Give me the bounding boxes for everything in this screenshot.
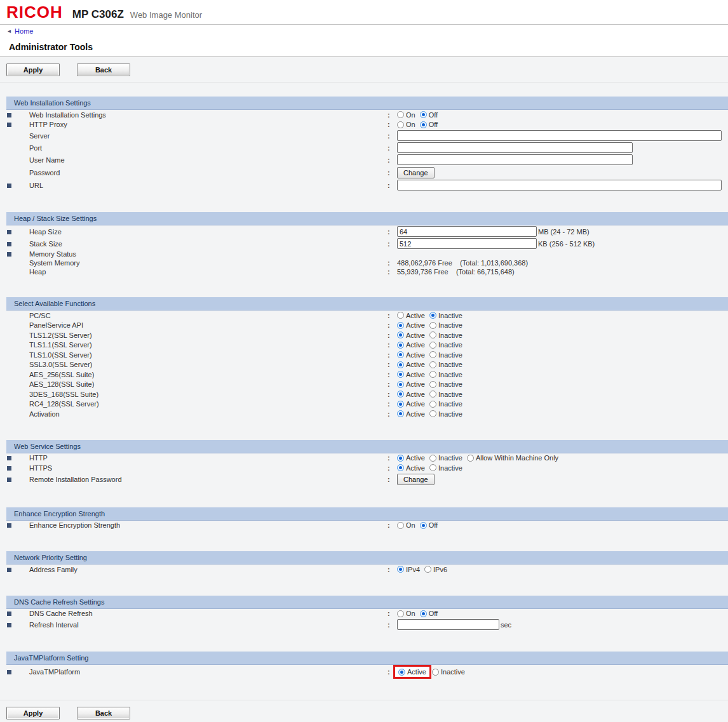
home-link[interactable]: Home [15, 27, 33, 35]
radio-https-active[interactable] [397, 464, 404, 471]
apply-button-top[interactable]: Apply [6, 64, 60, 76]
radio-label-on[interactable]: On [406, 111, 415, 119]
setting-value: OnOff [397, 610, 728, 617]
radio-label-inactive[interactable]: Inactive [441, 668, 465, 676]
radio-web-installation-settings-on[interactable] [397, 111, 404, 118]
radio-panelservice-api-active[interactable] [397, 322, 404, 329]
remote-installation-password-change-button[interactable]: Change [397, 474, 435, 485]
radio-address-family-ipv6[interactable] [424, 566, 431, 573]
radio-label-inactive[interactable]: Inactive [438, 391, 462, 398]
radio-address-family-ipv4[interactable] [397, 566, 404, 573]
radio-javatmplatform-inactive[interactable] [432, 669, 439, 676]
radio-label-inactive[interactable]: Inactive [438, 351, 462, 359]
radio-label-inactive[interactable]: Inactive [438, 380, 462, 388]
radio-label-inactive[interactable]: Inactive [438, 361, 462, 368]
radio-label-active[interactable]: Active [406, 400, 425, 408]
radio-label-active[interactable]: Active [406, 410, 425, 418]
bullet-square-icon [7, 670, 11, 674]
radio-label-active[interactable]: Active [406, 380, 425, 388]
radio-aes-128-ssl-suite-active[interactable] [397, 381, 404, 388]
radio-label-off[interactable]: Off [429, 121, 438, 128]
radio-http-active[interactable] [397, 455, 404, 462]
radio-rc4-128-ssl-server-active[interactable] [397, 401, 404, 408]
radio-label-allow-within-machine-only[interactable]: Allow Within Machine Only [476, 454, 558, 462]
radio-label-inactive[interactable]: Inactive [438, 371, 462, 378]
radio-tls1-0-ssl-server-active[interactable] [397, 351, 404, 358]
radio-https-inactive[interactable] [429, 464, 436, 471]
radio-ssl3-0-ssl-server-inactive[interactable] [429, 361, 436, 368]
settings-row-javatmplatform: JavaTMPlatform:ActiveInactive [6, 665, 728, 679]
heap-size-input[interactable] [397, 226, 537, 237]
radio-pc-sc-active[interactable] [397, 312, 404, 319]
radio-label-active[interactable]: Active [406, 351, 425, 359]
radio-dns-cache-refresh-on[interactable] [397, 610, 404, 617]
radio-http-proxy-on[interactable] [397, 121, 404, 128]
radio-label-active[interactable]: Active [406, 464, 425, 472]
radio-ssl3-0-ssl-server-active[interactable] [397, 361, 404, 368]
url-input[interactable] [397, 180, 722, 191]
radio-http-inactive[interactable] [429, 455, 436, 462]
radio-label-active[interactable]: Active [406, 454, 425, 462]
radio-web-installation-settings-off[interactable] [420, 111, 427, 118]
radio-label-inactive[interactable]: Inactive [438, 331, 462, 339]
radio-tls1-1-ssl-server-active[interactable] [397, 342, 404, 349]
back-button-bottom[interactable]: Back [77, 707, 130, 719]
refresh-interval-input[interactable] [397, 619, 499, 630]
radio-label-active[interactable]: Active [406, 341, 425, 349]
radio-enhance-encryption-strength-off[interactable] [420, 522, 427, 529]
radio-label-inactive[interactable]: Inactive [438, 400, 462, 408]
heap-value: 55,939,736 Free (Total: 66,715,648) [397, 268, 515, 276]
radio-3des-168-ssl-suite-inactive[interactable] [429, 391, 436, 398]
radio-tls1-1-ssl-server-inactive[interactable] [429, 342, 436, 349]
radio-enhance-encryption-strength-on[interactable] [397, 522, 404, 529]
radio-label-off[interactable]: Off [429, 521, 438, 529]
radio-aes-256-ssl-suite-inactive[interactable] [429, 371, 436, 378]
radio-dns-cache-refresh-off[interactable] [420, 610, 427, 617]
radio-javatmplatform-active[interactable] [398, 669, 405, 676]
radio-tls1-2-ssl-server-active[interactable] [397, 331, 404, 338]
radio-label-active[interactable]: Active [406, 391, 425, 398]
radio-label-on[interactable]: On [406, 121, 415, 128]
radio-label-inactive[interactable]: Inactive [438, 312, 462, 319]
radio-3des-168-ssl-suite-active[interactable] [397, 391, 404, 398]
apply-button-bottom[interactable]: Apply [6, 707, 60, 719]
radio-activation-inactive[interactable] [429, 410, 436, 417]
radio-panelservice-api-inactive[interactable] [429, 322, 436, 329]
password-change-button[interactable]: Change [397, 167, 435, 178]
radio-label-ipv6[interactable]: IPv6 [433, 566, 447, 573]
radio-tls1-2-ssl-server-inactive[interactable] [429, 331, 436, 338]
radio-tls1-0-ssl-server-inactive[interactable] [429, 351, 436, 358]
radio-label-inactive[interactable]: Inactive [438, 341, 462, 349]
radio-http-proxy-off[interactable] [420, 121, 427, 128]
radio-rc4-128-ssl-server-inactive[interactable] [429, 401, 436, 408]
server-input[interactable] [397, 130, 722, 141]
user-name-input[interactable] [397, 154, 633, 165]
radio-label-on[interactable]: On [406, 521, 415, 529]
radio-aes-256-ssl-suite-active[interactable] [397, 371, 404, 378]
radio-activation-active[interactable] [397, 410, 404, 417]
radio-label-inactive[interactable]: Inactive [438, 454, 462, 462]
radio-label-inactive[interactable]: Inactive [438, 464, 462, 472]
radio-label-inactive[interactable]: Inactive [438, 410, 462, 418]
radio-label-active[interactable]: Active [407, 668, 426, 676]
radio-http-allow-within-machine-only[interactable] [467, 455, 474, 462]
radio-label-active[interactable]: Active [406, 371, 425, 378]
section-header: Network Priority Setting [6, 551, 728, 565]
bullet-square-icon [7, 466, 11, 471]
radio-label-active[interactable]: Active [406, 312, 425, 319]
radio-label-on[interactable]: On [406, 610, 415, 617]
radio-pc-sc-inactive[interactable] [429, 312, 436, 319]
radio-label-active[interactable]: Active [406, 321, 425, 329]
radio-label-off[interactable]: Off [429, 610, 438, 617]
radio-label-inactive[interactable]: Inactive [438, 321, 462, 329]
back-button-top[interactable]: Back [77, 64, 130, 76]
stack-size-input[interactable] [397, 238, 537, 249]
app-name: Web Image Monitor [130, 10, 202, 20]
radio-label-active[interactable]: Active [406, 331, 425, 339]
radio-label-active[interactable]: Active [406, 361, 425, 368]
setting-label: 3DES_168(SSL Suite) [29, 391, 388, 398]
radio-label-ipv4[interactable]: IPv4 [406, 566, 420, 573]
port-input[interactable] [397, 142, 633, 153]
radio-aes-128-ssl-suite-inactive[interactable] [429, 381, 436, 388]
radio-label-off[interactable]: Off [429, 111, 438, 119]
